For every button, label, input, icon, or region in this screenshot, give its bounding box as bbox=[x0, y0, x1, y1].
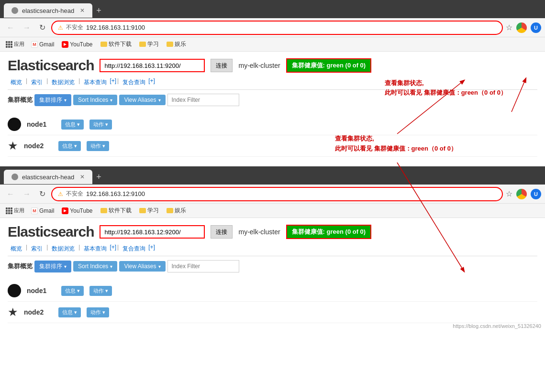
node2-info-btn-2[interactable]: 信息 ▾ bbox=[58, 307, 81, 317]
index-filter-input-1[interactable] bbox=[167, 94, 239, 106]
view-aliases-btn-1[interactable]: View Aliases ▾ bbox=[119, 95, 165, 105]
tab-bar-1: elasticsearch-head ✕ + bbox=[0, 0, 545, 18]
apps-icon-2 bbox=[6, 207, 12, 214]
apps-icon-1 bbox=[6, 41, 12, 48]
url-text-1: 192.168.163.11:9100 bbox=[86, 24, 145, 31]
bookmark-gmail-2[interactable]: M Gmail bbox=[28, 207, 57, 215]
tab-favicon-2 bbox=[11, 174, 18, 180]
tab-add-3[interactable]: [+] bbox=[110, 244, 116, 254]
user-icon-1[interactable]: U bbox=[531, 22, 541, 33]
bookmark-entertainment-1[interactable]: 娱乐 bbox=[164, 39, 189, 49]
address-bar-1[interactable]: ⚠ 不安全 192.168.163.11:9100 bbox=[51, 21, 503, 35]
unsafe-text-2: 不安全 bbox=[66, 190, 83, 198]
connect-btn-2[interactable]: 连接 bbox=[211, 225, 233, 239]
bookmark-star-1[interactable]: ☆ bbox=[506, 23, 512, 32]
gmail-label-2: Gmail bbox=[39, 207, 54, 214]
user-icon-2[interactable]: U bbox=[531, 189, 541, 199]
node1-action-btn-2[interactable]: 动作 ▾ bbox=[89, 286, 112, 296]
node-row-4: ★ node2 信息 ▾ 动作 ▾ bbox=[8, 302, 537, 323]
node1-info-btn-1[interactable]: 信息 ▾ bbox=[61, 120, 84, 130]
node2-action-btn-1[interactable]: 动作 ▾ bbox=[87, 141, 109, 151]
tab-index-1[interactable]: 索引 bbox=[28, 77, 45, 87]
bookmark-download-1[interactable]: 软件下载 bbox=[98, 39, 134, 49]
cluster-overview-1: 集群概览 bbox=[8, 94, 33, 106]
bookmark-entertainment-2[interactable]: 娱乐 bbox=[164, 206, 189, 216]
caret-icon-2: ▾ bbox=[110, 98, 112, 103]
bookmark-star-2[interactable]: ☆ bbox=[506, 189, 512, 198]
bookmark-youtube-1[interactable]: ▶ YouTube bbox=[59, 40, 95, 49]
nodes-1: node1 信息 ▾ 动作 ▾ ★ node2 信息 ▾ 动作 ▾ bbox=[8, 112, 537, 159]
node1-info-btn-2[interactable]: 信息 ▾ bbox=[61, 286, 84, 296]
folder-icon-entertainment-1 bbox=[167, 42, 173, 47]
node2-info-btn-1[interactable]: 信息 ▾ bbox=[58, 141, 81, 151]
tab-2[interactable]: elasticsearch-head ✕ bbox=[4, 170, 92, 184]
node1-action-btn-1[interactable]: 动作 ▾ bbox=[89, 120, 112, 130]
connect-btn-1[interactable]: 连接 bbox=[211, 59, 233, 72]
es-url-input-1[interactable] bbox=[100, 59, 205, 72]
tab-data-browse-1[interactable]: 数据浏览 bbox=[49, 77, 78, 87]
tab-add-1[interactable]: [+] bbox=[110, 77, 116, 87]
cluster-sort-btn-1[interactable]: 集群排序 ▾ bbox=[34, 94, 71, 106]
chrome-icon-1 bbox=[516, 22, 527, 33]
folder-icon-download-1 bbox=[100, 42, 107, 47]
back-btn-2[interactable]: ← bbox=[4, 188, 17, 200]
sort-indices-btn-1[interactable]: Sort Indices ▾ bbox=[73, 95, 117, 105]
index-filter-input-2[interactable] bbox=[167, 260, 239, 272]
chrome-icon-2 bbox=[516, 189, 527, 199]
tab-close-2[interactable]: ✕ bbox=[80, 174, 85, 180]
tab-basic-query-2[interactable]: 基本查询 bbox=[81, 244, 110, 254]
tab-close-1[interactable]: ✕ bbox=[80, 7, 85, 14]
nav-tabs-2: 概览 | 索引 | 数据浏览 | 基本查询 [+] | 复合查询 [+] bbox=[8, 244, 537, 256]
node-row-1: node1 信息 ▾ 动作 ▾ bbox=[8, 114, 537, 135]
bookmark-download-2[interactable]: 软件下载 bbox=[98, 206, 134, 216]
tab-basic-query-1[interactable]: 基本查询 bbox=[81, 77, 110, 87]
back-btn-1[interactable]: ← bbox=[4, 22, 17, 34]
cluster-sort-btn-2[interactable]: 集群排序 ▾ bbox=[34, 261, 71, 272]
study-label-2: 学习 bbox=[147, 207, 159, 215]
address-bar-2[interactable]: ⚠ 不安全 192.168.163.12:9100 bbox=[51, 187, 503, 201]
forward-btn-1[interactable]: → bbox=[20, 22, 33, 34]
entertainment-label-2: 娱乐 bbox=[175, 207, 186, 215]
bookmark-study-1[interactable]: 学习 bbox=[136, 39, 162, 49]
nav-actions-1: ☆ U bbox=[506, 22, 541, 33]
apps-btn-1[interactable]: 应用 bbox=[4, 40, 26, 49]
forward-btn-2[interactable]: → bbox=[20, 188, 33, 200]
bookmark-youtube-2[interactable]: ▶ YouTube bbox=[59, 207, 95, 215]
view-aliases-btn-2[interactable]: View Aliases ▾ bbox=[119, 261, 165, 272]
tab-1[interactable]: elasticsearch-head ✕ bbox=[4, 3, 92, 18]
page-content-1: Elasticsearch 连接 my-elk-cluster 集群健康值: g… bbox=[0, 52, 545, 164]
es-url-input-2[interactable] bbox=[100, 225, 205, 239]
gmail-favicon-2: M bbox=[31, 207, 38, 214]
refresh-btn-2[interactable]: ↻ bbox=[36, 187, 48, 200]
tab-add-4[interactable]: [+] bbox=[148, 244, 155, 254]
caret-icon-6: ▾ bbox=[158, 264, 161, 269]
tab-complex-query-1[interactable]: 复合查询 bbox=[120, 77, 148, 87]
refresh-btn-1[interactable]: ↻ bbox=[36, 21, 48, 34]
apps-btn-2[interactable]: 应用 bbox=[4, 206, 26, 215]
sort-indices-btn-2[interactable]: Sort Indices ▾ bbox=[73, 261, 117, 272]
tab-data-browse-2[interactable]: 数据浏览 bbox=[49, 244, 78, 254]
node2-action-btn-2[interactable]: 动作 ▾ bbox=[87, 307, 109, 317]
new-tab-btn-1[interactable]: + bbox=[96, 6, 101, 16]
tab-overview-2[interactable]: 概览 bbox=[8, 244, 25, 254]
tab-index-2[interactable]: 索引 bbox=[28, 244, 45, 254]
tab-overview-1[interactable]: 概览 bbox=[8, 77, 25, 87]
bookmarks-bar-2: 应用 M Gmail ▶ YouTube 软件下载 学习 bbox=[0, 204, 545, 218]
page-content-2: Elasticsearch 连接 my-elk-cluster 集群健康值: g… bbox=[0, 218, 545, 331]
cluster-name-1: my-elk-cluster bbox=[238, 62, 280, 69]
tab-complex-query-2[interactable]: 复合查询 bbox=[120, 244, 148, 254]
folder-icon-entertainment-2 bbox=[167, 208, 173, 213]
tab-title-2: elasticsearch-head bbox=[22, 174, 74, 181]
new-tab-btn-2[interactable]: + bbox=[96, 172, 101, 182]
tab-add-2[interactable]: [+] bbox=[148, 77, 155, 87]
caret-icon-1: ▾ bbox=[64, 98, 67, 103]
youtube-label-1: YouTube bbox=[70, 41, 92, 48]
bookmark-study-2[interactable]: 学习 bbox=[136, 206, 162, 216]
apps-label-1: 应用 bbox=[14, 41, 24, 48]
health-badge-1: 集群健康值: green (0 of 0) bbox=[286, 58, 372, 73]
nav-bar-2: ← → ↻ ⚠ 不安全 192.168.163.12:9100 ☆ U bbox=[0, 185, 545, 204]
node2-icon-1: ★ bbox=[8, 139, 18, 152]
bookmark-gmail-1[interactable]: M Gmail bbox=[28, 40, 57, 49]
youtube-favicon-2: ▶ bbox=[62, 207, 68, 214]
node1-icon-2 bbox=[8, 284, 21, 297]
